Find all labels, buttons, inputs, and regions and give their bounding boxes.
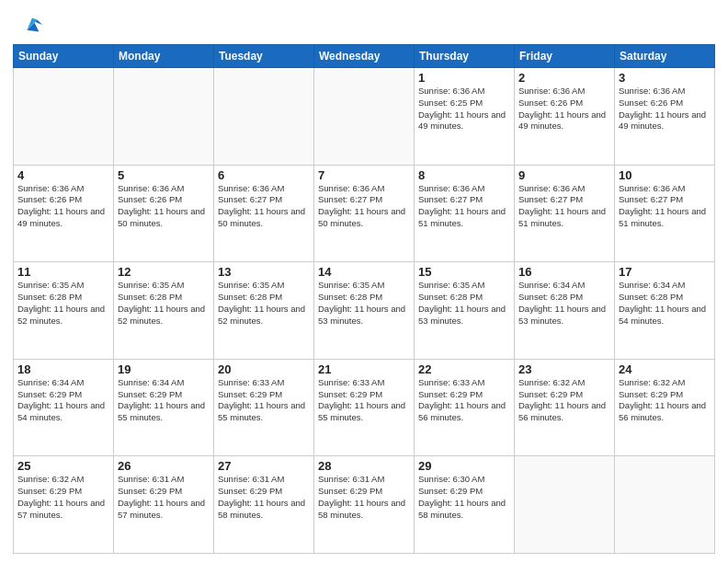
day-info: Sunrise: 6:35 AM Sunset: 6:28 PM Dayligh… xyxy=(318,280,410,327)
logo xyxy=(13,13,44,39)
day-info: Sunrise: 6:35 AM Sunset: 6:28 PM Dayligh… xyxy=(17,280,109,327)
calendar-week-row: 4Sunrise: 6:36 AM Sunset: 6:26 PM Daylig… xyxy=(14,165,715,262)
calendar-week-row: 11Sunrise: 6:35 AM Sunset: 6:28 PM Dayli… xyxy=(14,262,715,360)
day-number: 15 xyxy=(418,265,510,279)
calendar-day-cell: 19Sunrise: 6:34 AM Sunset: 6:29 PM Dayli… xyxy=(114,359,214,456)
day-number: 27 xyxy=(218,459,310,473)
calendar-day-cell: 8Sunrise: 6:36 AM Sunset: 6:27 PM Daylig… xyxy=(415,165,515,262)
header xyxy=(13,9,715,39)
day-info: Sunrise: 6:36 AM Sunset: 6:26 PM Dayligh… xyxy=(518,86,610,132)
day-info: Sunrise: 6:33 AM Sunset: 6:29 PM Dayligh… xyxy=(418,377,510,424)
day-info: Sunrise: 6:31 AM Sunset: 6:29 PM Dayligh… xyxy=(118,474,210,521)
weekday-header-monday: Monday xyxy=(114,45,214,68)
weekday-header-thursday: Thursday xyxy=(415,45,515,68)
calendar-day-cell xyxy=(14,68,114,166)
day-info: Sunrise: 6:36 AM Sunset: 6:27 PM Dayligh… xyxy=(518,183,610,230)
day-info: Sunrise: 6:33 AM Sunset: 6:29 PM Dayligh… xyxy=(218,377,310,424)
day-info: Sunrise: 6:36 AM Sunset: 6:27 PM Dayligh… xyxy=(418,183,510,230)
day-number: 29 xyxy=(418,459,510,473)
day-number: 19 xyxy=(118,362,210,376)
calendar-day-cell: 2Sunrise: 6:36 AM Sunset: 6:26 PM Daylig… xyxy=(515,68,615,166)
day-info: Sunrise: 6:36 AM Sunset: 6:25 PM Dayligh… xyxy=(418,86,510,132)
calendar-day-cell xyxy=(615,456,715,554)
calendar-day-cell: 27Sunrise: 6:31 AM Sunset: 6:29 PM Dayli… xyxy=(214,456,314,554)
calendar-day-cell: 3Sunrise: 6:36 AM Sunset: 6:26 PM Daylig… xyxy=(615,68,715,166)
day-number: 11 xyxy=(17,265,109,279)
logo-bird-icon xyxy=(18,13,44,39)
day-number: 22 xyxy=(418,362,510,376)
calendar-day-cell: 10Sunrise: 6:36 AM Sunset: 6:27 PM Dayli… xyxy=(615,165,715,262)
day-info: Sunrise: 6:31 AM Sunset: 6:29 PM Dayligh… xyxy=(318,474,410,521)
day-number: 9 xyxy=(518,168,610,182)
calendar-week-row: 25Sunrise: 6:32 AM Sunset: 6:29 PM Dayli… xyxy=(14,456,715,554)
calendar-table: SundayMondayTuesdayWednesdayThursdayFrid… xyxy=(13,44,715,554)
page: SundayMondayTuesdayWednesdayThursdayFrid… xyxy=(0,0,728,563)
day-number: 6 xyxy=(218,168,310,182)
calendar-day-cell: 24Sunrise: 6:32 AM Sunset: 6:29 PM Dayli… xyxy=(615,359,715,456)
calendar-day-cell: 18Sunrise: 6:34 AM Sunset: 6:29 PM Dayli… xyxy=(14,359,114,456)
calendar-day-cell: 20Sunrise: 6:33 AM Sunset: 6:29 PM Dayli… xyxy=(214,359,314,456)
day-info: Sunrise: 6:36 AM Sunset: 6:27 PM Dayligh… xyxy=(318,183,410,230)
day-info: Sunrise: 6:34 AM Sunset: 6:29 PM Dayligh… xyxy=(17,377,109,424)
day-info: Sunrise: 6:36 AM Sunset: 6:26 PM Dayligh… xyxy=(619,86,711,132)
calendar-day-cell: 11Sunrise: 6:35 AM Sunset: 6:28 PM Dayli… xyxy=(14,262,114,360)
day-number: 26 xyxy=(118,459,210,473)
calendar-day-cell: 12Sunrise: 6:35 AM Sunset: 6:28 PM Dayli… xyxy=(114,262,214,360)
day-number: 13 xyxy=(218,265,310,279)
day-number: 28 xyxy=(318,459,410,473)
weekday-header-wednesday: Wednesday xyxy=(314,45,415,68)
weekday-header-row: SundayMondayTuesdayWednesdayThursdayFrid… xyxy=(14,45,715,68)
calendar-week-row: 18Sunrise: 6:34 AM Sunset: 6:29 PM Dayli… xyxy=(14,359,715,456)
calendar-day-cell: 29Sunrise: 6:30 AM Sunset: 6:29 PM Dayli… xyxy=(415,456,515,554)
weekday-header-sunday: Sunday xyxy=(14,45,114,68)
day-info: Sunrise: 6:35 AM Sunset: 6:28 PM Dayligh… xyxy=(218,280,310,327)
day-number: 2 xyxy=(518,71,610,85)
day-info: Sunrise: 6:36 AM Sunset: 6:27 PM Dayligh… xyxy=(619,183,711,230)
day-info: Sunrise: 6:32 AM Sunset: 6:29 PM Dayligh… xyxy=(518,377,610,424)
day-number: 10 xyxy=(619,168,711,182)
weekday-header-tuesday: Tuesday xyxy=(214,45,314,68)
day-info: Sunrise: 6:30 AM Sunset: 6:29 PM Dayligh… xyxy=(418,474,510,521)
day-number: 8 xyxy=(418,168,510,182)
calendar-day-cell: 28Sunrise: 6:31 AM Sunset: 6:29 PM Dayli… xyxy=(314,456,415,554)
calendar-day-cell: 23Sunrise: 6:32 AM Sunset: 6:29 PM Dayli… xyxy=(515,359,615,456)
day-info: Sunrise: 6:36 AM Sunset: 6:26 PM Dayligh… xyxy=(17,183,109,230)
calendar-day-cell: 14Sunrise: 6:35 AM Sunset: 6:28 PM Dayli… xyxy=(314,262,415,360)
day-number: 14 xyxy=(318,265,410,279)
day-info: Sunrise: 6:31 AM Sunset: 6:29 PM Dayligh… xyxy=(218,474,310,521)
day-info: Sunrise: 6:35 AM Sunset: 6:28 PM Dayligh… xyxy=(118,280,210,327)
day-info: Sunrise: 6:32 AM Sunset: 6:29 PM Dayligh… xyxy=(619,377,711,424)
day-number: 1 xyxy=(418,71,510,85)
day-number: 23 xyxy=(518,362,610,376)
day-info: Sunrise: 6:35 AM Sunset: 6:28 PM Dayligh… xyxy=(418,280,510,327)
day-number: 18 xyxy=(17,362,109,376)
calendar-day-cell: 16Sunrise: 6:34 AM Sunset: 6:28 PM Dayli… xyxy=(515,262,615,360)
calendar-day-cell xyxy=(214,68,314,166)
calendar-day-cell: 17Sunrise: 6:34 AM Sunset: 6:28 PM Dayli… xyxy=(615,262,715,360)
day-number: 20 xyxy=(218,362,310,376)
calendar-day-cell: 25Sunrise: 6:32 AM Sunset: 6:29 PM Dayli… xyxy=(14,456,114,554)
day-info: Sunrise: 6:34 AM Sunset: 6:28 PM Dayligh… xyxy=(518,280,610,327)
weekday-header-saturday: Saturday xyxy=(615,45,715,68)
day-info: Sunrise: 6:32 AM Sunset: 6:29 PM Dayligh… xyxy=(17,474,109,521)
day-number: 17 xyxy=(619,265,711,279)
day-number: 12 xyxy=(118,265,210,279)
day-info: Sunrise: 6:34 AM Sunset: 6:29 PM Dayligh… xyxy=(118,377,210,424)
day-number: 21 xyxy=(318,362,410,376)
calendar-day-cell: 22Sunrise: 6:33 AM Sunset: 6:29 PM Dayli… xyxy=(415,359,515,456)
calendar-day-cell: 5Sunrise: 6:36 AM Sunset: 6:26 PM Daylig… xyxy=(114,165,214,262)
day-number: 24 xyxy=(619,362,711,376)
calendar-week-row: 1Sunrise: 6:36 AM Sunset: 6:25 PM Daylig… xyxy=(14,68,715,166)
calendar-day-cell: 7Sunrise: 6:36 AM Sunset: 6:27 PM Daylig… xyxy=(314,165,415,262)
calendar-day-cell: 6Sunrise: 6:36 AM Sunset: 6:27 PM Daylig… xyxy=(214,165,314,262)
day-info: Sunrise: 6:36 AM Sunset: 6:26 PM Dayligh… xyxy=(118,183,210,230)
day-number: 16 xyxy=(518,265,610,279)
calendar-day-cell xyxy=(314,68,415,166)
day-number: 3 xyxy=(619,71,711,85)
calendar-day-cell: 4Sunrise: 6:36 AM Sunset: 6:26 PM Daylig… xyxy=(14,165,114,262)
day-number: 7 xyxy=(318,168,410,182)
day-info: Sunrise: 6:33 AM Sunset: 6:29 PM Dayligh… xyxy=(318,377,410,424)
calendar-day-cell xyxy=(114,68,214,166)
day-info: Sunrise: 6:34 AM Sunset: 6:28 PM Dayligh… xyxy=(619,280,711,327)
calendar-day-cell: 15Sunrise: 6:35 AM Sunset: 6:28 PM Dayli… xyxy=(415,262,515,360)
